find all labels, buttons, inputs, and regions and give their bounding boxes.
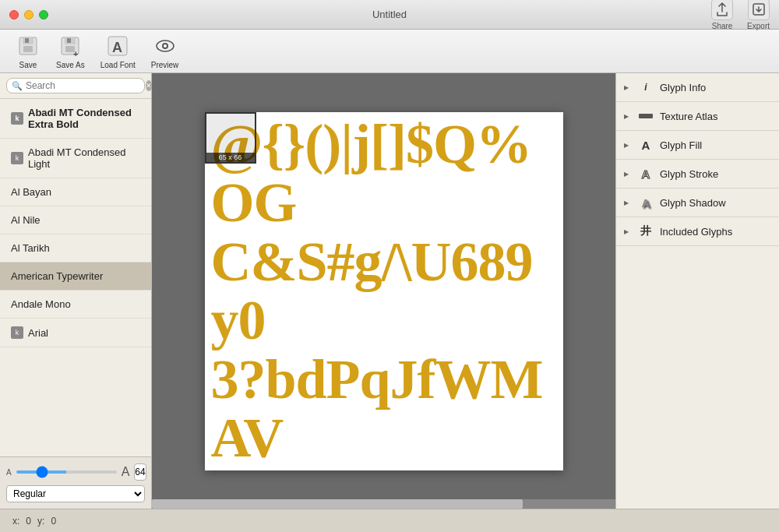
search-bar: 🔍 ✕ <box>0 73 151 99</box>
font-list-item[interactable]: Al Tarikh <box>0 234 151 262</box>
font-style-select[interactable]: Regular Bold Italic Bold Italic <box>6 485 145 502</box>
share-button[interactable]: Share <box>711 0 733 30</box>
preview-icon <box>153 33 178 58</box>
save-button[interactable]: Save <box>9 30 47 72</box>
minimize-button[interactable] <box>24 10 33 19</box>
share-label: Share <box>712 22 733 30</box>
save-as-icon: + <box>58 33 83 58</box>
panel-label-texture-atlas: Texture Atlas <box>660 111 771 122</box>
svg-rect-15 <box>639 114 653 118</box>
traffic-lights <box>9 10 48 19</box>
panel-label-glyph-stroke: Glyph Stroke <box>660 168 771 180</box>
title-bar-actions: Share Export <box>711 0 770 30</box>
panel-row-glyph-info[interactable]: ▶ i Glyph Info <box>616 73 779 102</box>
svg-point-14 <box>164 44 167 48</box>
font-sidebar: 🔍 ✕ k Abadi MT Condensed Extra Bold k Ab… <box>0 73 152 509</box>
panel-row-glyph-shadow[interactable]: ▶ A Glyph Shadow <box>616 188 779 217</box>
canvas-horizontal-scrollbar[interactable] <box>152 499 615 509</box>
font-list-item[interactable]: Al Bayan <box>0 178 151 206</box>
load-font-icon: A <box>105 33 130 58</box>
font-size-value: 64 <box>134 463 146 481</box>
save-as-button[interactable]: + Save As <box>50 30 91 72</box>
size-big-a: A <box>122 465 130 479</box>
selected-glyph-box: 65 x 66 <box>205 112 256 164</box>
svg-text:+: + <box>73 49 78 57</box>
export-icon <box>748 0 770 20</box>
panel-label-glyph-info: Glyph Info <box>660 82 771 93</box>
svg-rect-4 <box>25 38 29 43</box>
size-small-a: A <box>6 468 12 477</box>
close-button[interactable] <box>9 10 19 19</box>
font-list: k Abadi MT Condensed Extra Bold k Abadi … <box>0 99 151 456</box>
font-k-badge: k <box>11 112 23 125</box>
export-button[interactable]: Export <box>747 0 770 30</box>
y-value: 0 <box>51 516 56 527</box>
size-row: A A 64 <box>6 463 145 481</box>
toolbar: Save + Save As A Load Font <box>0 30 779 73</box>
y-label: y: <box>37 516 44 527</box>
status-bar: x: 0 y: 0 <box>0 509 779 532</box>
font-list-item-selected[interactable]: American Typewriter <box>0 262 151 291</box>
chevron-right-icon: ▶ <box>624 142 632 149</box>
panel-row-included-glyphs[interactable]: ▶ 井 Included Glyphs <box>616 217 779 246</box>
font-list-item[interactable]: k Abadi MT Condensed Light <box>0 139 151 178</box>
svg-rect-3 <box>23 46 33 52</box>
font-name: Al Bayan <box>11 186 51 198</box>
fullscreen-button[interactable] <box>39 10 48 19</box>
glyph-fill-icon: A <box>638 137 654 153</box>
x-value: 0 <box>26 516 31 527</box>
svg-text:A: A <box>112 40 122 55</box>
preview-label: Preview <box>151 61 179 69</box>
glyph-size-label: 65 x 66 <box>206 153 255 162</box>
font-name: Arial <box>28 327 48 339</box>
load-font-button[interactable]: A Load Font <box>94 30 142 72</box>
export-label: Export <box>747 22 770 30</box>
x-label: x: <box>12 516 19 527</box>
save-label: Save <box>19 61 37 69</box>
font-name: Al Nile <box>11 214 41 226</box>
main-layout: 🔍 ✕ k Abadi MT Condensed Extra Bold k Ab… <box>0 73 779 509</box>
load-font-label: Load Font <box>100 61 136 69</box>
font-name: Al Tarikh <box>11 242 50 254</box>
panel-row-texture-atlas[interactable]: ▶ Texture Atlas <box>616 102 779 131</box>
search-icon: 🔍 <box>12 81 23 91</box>
sidebar-bottom-controls: A A 64 Regular Bold Italic Bold Italic <box>0 456 151 509</box>
chevron-right-icon: ▶ <box>624 228 632 235</box>
font-list-item[interactable]: k Arial <box>0 319 151 347</box>
save-as-label: Save As <box>56 61 85 69</box>
font-list-item[interactable]: Al Nile <box>0 206 151 234</box>
glyph-shadow-icon: A <box>638 195 654 210</box>
font-name: American Typewriter <box>11 270 103 282</box>
search-input[interactable] <box>26 80 143 91</box>
font-list-item[interactable]: k Abadi MT Condensed Extra Bold <box>0 99 151 139</box>
window-title: Untitled <box>372 9 407 20</box>
font-name: Abadi MT Condensed Light <box>28 146 140 170</box>
clear-search-button[interactable]: ✕ <box>146 80 152 91</box>
save-icon <box>16 33 41 58</box>
texture-atlas-icon <box>638 108 654 124</box>
glyph-info-icon: i <box>638 79 654 95</box>
font-k-badge: k <box>11 326 23 339</box>
panel-row-glyph-stroke[interactable]: ▶ A Glyph Stroke <box>616 160 779 188</box>
chevron-right-icon: ▶ <box>624 171 632 178</box>
font-name: Abadi MT Condensed Extra Bold <box>28 107 140 130</box>
font-name: Andale Mono <box>11 298 71 310</box>
share-icon <box>711 0 733 20</box>
font-size-slider[interactable] <box>16 470 117 474</box>
chevron-right-icon: ▶ <box>624 199 632 206</box>
canvas-area[interactable]: @{}()|j[]$Q%OG C&S#g/\U689y0 3?bdPqJfWMA… <box>152 73 615 509</box>
glyph-display: @{}()|j[]$Q%OG C&S#g/\U689y0 3?bdPqJfWMA… <box>205 112 563 470</box>
chevron-right-icon: ▶ <box>624 113 632 120</box>
search-wrap: 🔍 ✕ <box>6 78 145 93</box>
preview-button[interactable]: Preview <box>145 30 185 72</box>
scrollbar-thumb[interactable] <box>152 499 523 509</box>
included-glyphs-icon: 井 <box>638 224 654 239</box>
panel-row-glyph-fill[interactable]: ▶ A Glyph Fill <box>616 131 779 160</box>
svg-rect-8 <box>67 38 71 43</box>
panel-label-glyph-fill: Glyph Fill <box>660 139 771 151</box>
panel-label-glyph-shadow: Glyph Shadow <box>660 197 771 209</box>
font-list-item[interactable]: Andale Mono <box>0 291 151 319</box>
glyph-stroke-icon: A <box>638 166 654 181</box>
glyph-canvas: @{}()|j[]$Q%OG C&S#g/\U689y0 3?bdPqJfWMA… <box>205 112 563 470</box>
panel-label-included-glyphs: Included Glyphs <box>660 226 771 238</box>
